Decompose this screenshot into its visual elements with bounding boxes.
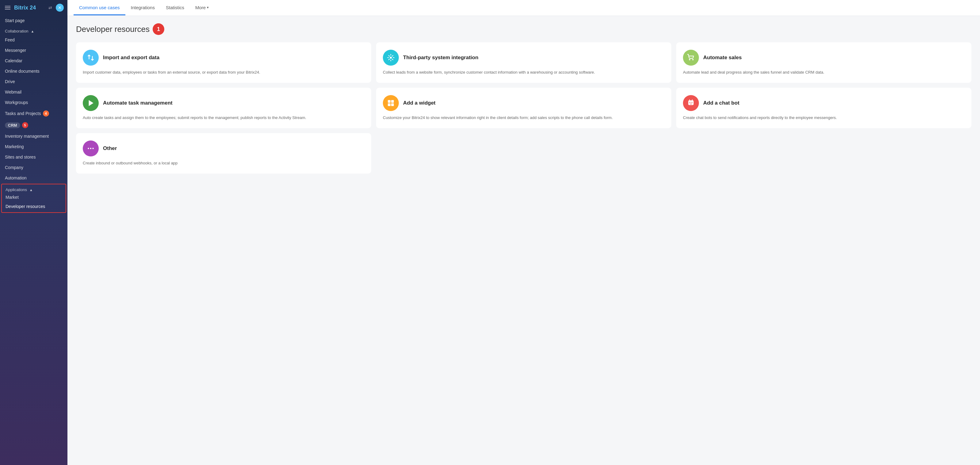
card-add-widget[interactable]: Add a widget Customize your Bitrix24 to … <box>376 88 671 128</box>
automate-sales-icon <box>683 50 699 65</box>
sidebar-item-market[interactable]: Market <box>2 193 65 202</box>
sidebar-header: Bitrix 24 ⇄ ✕ <box>0 0 67 15</box>
sidebar-item-feed[interactable]: Feed <box>0 35 67 45</box>
svg-rect-4 <box>388 100 391 103</box>
sidebar-item-messenger[interactable]: Messenger <box>0 45 67 56</box>
crm-label: CRM <box>5 123 20 128</box>
sidebar-item-sites-stores[interactable]: Sites and stores <box>0 152 67 162</box>
card-add-chatbot-header: Add a chat bot <box>683 95 965 111</box>
card-other-title: Other <box>103 145 117 151</box>
card-automate-sales-header: Automate sales <box>683 50 965 65</box>
tab-statistics[interactable]: Statistics <box>160 1 190 15</box>
card-automate-tasks-header: Automate task management <box>83 95 364 111</box>
card-automate-tasks-title: Automate task management <box>103 100 173 106</box>
svg-point-13 <box>92 148 94 149</box>
card-import-export-desc: Import customer data, employees or tasks… <box>83 69 364 75</box>
page-title: Developer resources <box>76 24 150 34</box>
other-icon <box>83 140 99 156</box>
card-other-desc: Create inbound or outbound webhooks, or … <box>83 160 364 166</box>
tasks-badge: 4 <box>43 110 49 116</box>
sidebar-item-drive[interactable]: Drive <box>0 76 67 87</box>
sidebar-section-collaboration[interactable]: Collaboration ▲ <box>0 26 67 35</box>
svg-rect-5 <box>391 100 394 103</box>
chevron-up-icon: ▲ <box>31 29 34 33</box>
card-automate-sales-title: Automate sales <box>703 54 742 61</box>
main-content: Common use cases Integrations Statistics… <box>67 0 980 465</box>
chevron-down-icon: ▾ <box>207 6 209 10</box>
svg-point-11 <box>88 148 89 149</box>
sidebar-item-automation[interactable]: Automation <box>0 173 67 183</box>
sidebar-item-developer-resources[interactable]: Developer resources <box>2 202 65 211</box>
svg-point-12 <box>90 148 91 149</box>
automate-tasks-icon <box>83 95 99 111</box>
tabs-bar: Common use cases Integrations Statistics… <box>67 0 980 16</box>
card-automate-sales-desc: Automate lead and deal progress along th… <box>683 69 965 75</box>
page-header: Developer resources 1 <box>76 23 971 35</box>
sidebar-item-online-documents[interactable]: Online documents <box>0 66 67 76</box>
card-import-export-title: Import and export data <box>103 54 159 61</box>
svg-rect-6 <box>388 104 391 106</box>
card-add-chatbot-desc: Create chat bots to send notifications a… <box>683 115 965 121</box>
close-button[interactable]: ✕ <box>56 4 64 12</box>
card-add-widget-desc: Customize your Bitrix24 to show relevant… <box>383 115 665 121</box>
add-chatbot-icon <box>683 95 699 111</box>
card-add-chatbot-title: Add a chat bot <box>703 100 739 106</box>
svg-marker-3 <box>89 100 94 106</box>
card-automate-tasks[interactable]: Automate task management Auto create tas… <box>76 88 371 128</box>
sidebar-item-tasks-projects[interactable]: Tasks and Projects 4 <box>0 108 67 119</box>
app-logo: Bitrix 24 <box>14 5 36 11</box>
tab-more[interactable]: More ▾ <box>190 1 214 15</box>
svg-point-2 <box>692 59 694 60</box>
svg-rect-7 <box>391 104 394 106</box>
card-add-widget-header: Add a widget <box>383 95 665 111</box>
notification-badge[interactable]: 1 <box>153 23 164 35</box>
crm-badge: 5 <box>22 122 28 128</box>
svg-point-0 <box>390 57 392 59</box>
svg-point-9 <box>689 102 690 103</box>
sidebar-item-calendar[interactable]: Calendar <box>0 56 67 66</box>
sidebar-item-webmail[interactable]: Webmail <box>0 87 67 97</box>
card-other-header: Other <box>83 140 364 156</box>
add-widget-icon <box>383 95 399 111</box>
card-third-party[interactable]: Third-party system integration Collect l… <box>376 42 671 83</box>
cards-grid: Import and export data Import customer d… <box>76 42 971 174</box>
card-other[interactable]: Other Create inbound or outbound webhook… <box>76 133 371 174</box>
card-add-chatbot[interactable]: Add a chat bot Create chat bots to send … <box>676 88 971 128</box>
import-export-icon <box>83 50 99 65</box>
page-body: Developer resources 1 Import and export … <box>67 16 980 465</box>
tab-integrations[interactable]: Integrations <box>126 1 160 15</box>
settings-icon[interactable]: ⇄ <box>48 5 52 10</box>
card-automate-tasks-desc: Auto create tasks and assign them to the… <box>83 115 364 121</box>
tab-common-use-cases[interactable]: Common use cases <box>73 1 126 15</box>
sidebar-item-workgroups[interactable]: Workgroups <box>0 97 67 108</box>
sidebar: Bitrix 24 ⇄ ✕ Start page Collaboration ▲… <box>0 0 67 465</box>
card-automate-sales[interactable]: Automate sales Automate lead and deal pr… <box>676 42 971 83</box>
sidebar-section-applications[interactable]: Applications ▲ <box>2 186 65 193</box>
svg-point-10 <box>692 102 692 103</box>
card-third-party-desc: Collect leads from a website form, synch… <box>383 69 665 75</box>
sidebar-item-start-page[interactable]: Start page <box>0 15 67 26</box>
sidebar-item-crm[interactable]: CRM 5 <box>0 119 67 131</box>
card-third-party-title: Third-party system integration <box>403 54 479 61</box>
sidebar-item-inventory[interactable]: Inventory management <box>0 131 67 142</box>
hamburger-icon[interactable] <box>4 5 12 11</box>
card-import-export[interactable]: Import and export data Import customer d… <box>76 42 371 83</box>
applications-section-highlighted: Applications ▲ Market Developer resource… <box>1 184 66 213</box>
sidebar-item-marketing[interactable]: Marketing <box>0 142 67 152</box>
chevron-up-icon-apps: ▲ <box>29 188 33 192</box>
card-third-party-header: Third-party system integration <box>383 50 665 65</box>
svg-rect-8 <box>688 100 694 105</box>
card-add-widget-title: Add a widget <box>403 100 436 106</box>
card-import-export-header: Import and export data <box>83 50 364 65</box>
svg-point-1 <box>689 59 690 60</box>
sidebar-item-company[interactable]: Company <box>0 162 67 173</box>
third-party-icon <box>383 50 399 65</box>
